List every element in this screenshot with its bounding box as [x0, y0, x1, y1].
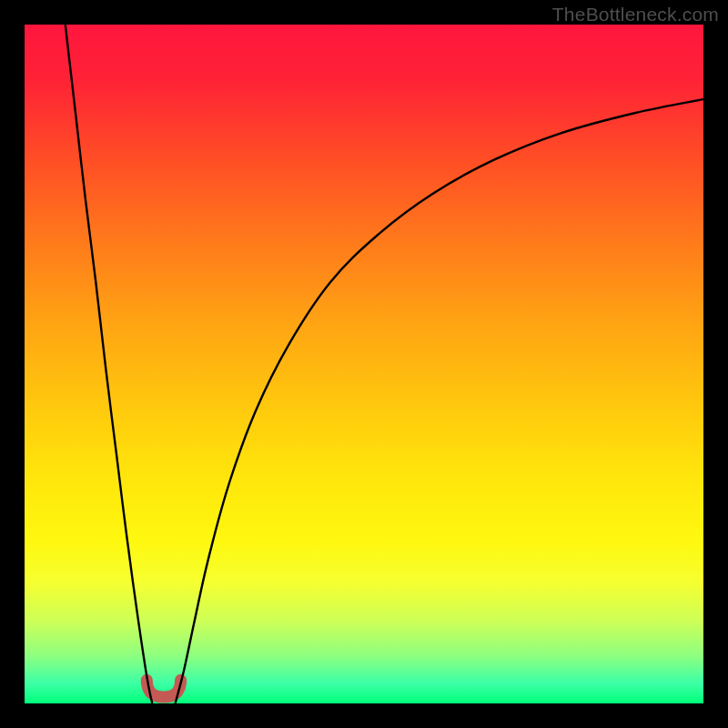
outer-frame: TheBottleneck.com: [0, 0, 728, 728]
plot-area: [25, 25, 703, 703]
gradient-background: [25, 25, 703, 703]
watermark-text: TheBottleneck.com: [552, 4, 719, 25]
bottleneck-chart: [25, 25, 703, 703]
